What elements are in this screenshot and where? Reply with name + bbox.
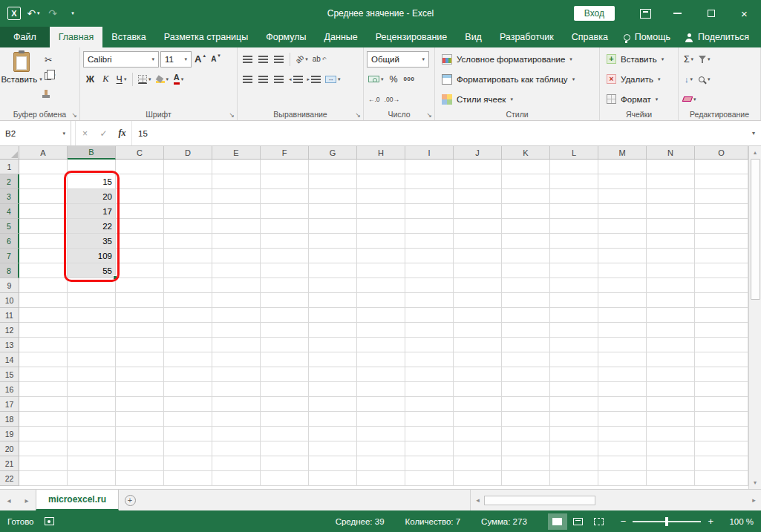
cell-D11[interactable] [164,308,212,323]
bold-button[interactable]: Ж [83,71,97,88]
cell-K6[interactable] [502,234,550,249]
fill-button[interactable]: ↓▾ [682,71,696,88]
cell-H8[interactable] [357,263,405,278]
cell-K15[interactable] [502,367,550,382]
cell-N15[interactable] [647,367,695,382]
cell-O10[interactable] [695,293,748,308]
cell-L14[interactable] [550,352,598,367]
cell-D7[interactable] [164,249,212,263]
cell-E17[interactable] [212,397,261,412]
cell-G14[interactable] [309,352,357,367]
cell-K20[interactable] [502,441,550,456]
zoom-percent[interactable]: 100 % [722,517,754,526]
scroll-right-button[interactable]: ▸ [748,496,760,504]
cell-H20[interactable] [357,441,405,456]
cell-I4[interactable] [405,204,454,219]
cell-B5[interactable]: 22 [68,219,116,234]
cell-J1[interactable] [454,160,502,174]
cell-F20[interactable] [261,441,309,456]
cell-J19[interactable] [454,427,502,441]
cell-O8[interactable] [695,263,748,278]
cell-M15[interactable] [598,367,647,382]
cell-O1[interactable] [695,160,748,174]
cell-C13[interactable] [116,338,164,352]
tab-file[interactable]: Файл [0,27,50,47]
cell-D18[interactable] [164,412,212,427]
cell-G2[interactable] [309,174,357,189]
customize-quick-access-button[interactable]: ▾ [65,5,79,22]
cell-F1[interactable] [261,160,309,174]
cell-G8[interactable] [309,263,357,278]
cell-H11[interactable] [357,308,405,323]
cell-B2[interactable]: 15 [68,174,116,189]
cell-L11[interactable] [550,308,598,323]
help-menu[interactable]: Помощь [624,32,670,42]
conditional-formatting-button[interactable]: Условное форматирование▾ [438,50,596,68]
cell-A19[interactable] [19,427,68,441]
cell-F19[interactable] [261,427,309,441]
cell-N4[interactable] [647,204,695,219]
cell-F12[interactable] [261,323,309,338]
cell-J21[interactable] [454,456,502,471]
zoom-in-button[interactable]: + [708,516,713,526]
cell-F11[interactable] [261,308,309,323]
cell-B22[interactable] [68,471,116,486]
cell-N5[interactable] [647,219,695,234]
cell-G17[interactable] [309,397,357,412]
cell-K22[interactable] [502,471,550,486]
cell-C18[interactable] [116,412,164,427]
cell-N17[interactable] [647,397,695,412]
cell-J16[interactable] [454,382,502,397]
cell-I11[interactable] [405,308,454,323]
clipboard-dialog-launcher[interactable]: ↘ [71,112,77,119]
cell-H5[interactable] [357,219,405,234]
cell-I6[interactable] [405,234,454,249]
tab-data[interactable]: Данные [316,27,367,47]
cell-K18[interactable] [502,412,550,427]
cell-C6[interactable] [116,234,164,249]
row-header-6[interactable]: 6 [0,234,19,249]
cell-J20[interactable] [454,441,502,456]
cell-A7[interactable] [19,249,68,263]
cell-H21[interactable] [357,456,405,471]
cell-J22[interactable] [454,471,502,486]
cell-B19[interactable] [68,427,116,441]
cell-E21[interactable] [212,456,261,471]
cell-C4[interactable] [116,204,164,219]
cell-O19[interactable] [695,427,748,441]
cell-A10[interactable] [19,293,68,308]
cell-F13[interactable] [261,338,309,352]
cell-H2[interactable] [357,174,405,189]
vertical-scrollbar[interactable]: ▴ ▾ [748,146,761,489]
cell-J15[interactable] [454,367,502,382]
accounting-format-button[interactable]: ▾ [367,71,385,88]
cell-H10[interactable] [357,293,405,308]
cell-D19[interactable] [164,427,212,441]
tab-help-ribbon[interactable]: Справка [563,27,617,47]
cell-L7[interactable] [550,249,598,263]
insert-function-button[interactable]: fx [113,121,131,145]
cell-J9[interactable] [454,278,502,293]
cell-G22[interactable] [309,471,357,486]
align-bottom-button[interactable] [272,51,286,68]
cell-K16[interactable] [502,382,550,397]
cell-H14[interactable] [357,352,405,367]
decrease-indent-button[interactable]: ◂ [287,71,304,88]
cell-A12[interactable] [19,323,68,338]
cell-I1[interactable] [405,160,454,174]
format-painter-button[interactable] [43,85,57,99]
sheet-nav-right-button[interactable]: ▸ [18,490,36,510]
cell-F18[interactable] [261,412,309,427]
row-header-5[interactable]: 5 [0,219,19,234]
increase-indent-button[interactable]: ▸ [306,71,323,88]
cell-J14[interactable] [454,352,502,367]
cell-J11[interactable] [454,308,502,323]
cell-L20[interactable] [550,441,598,456]
align-left-button[interactable] [241,71,255,88]
cell-I12[interactable] [405,323,454,338]
cell-I22[interactable] [405,471,454,486]
cell-A14[interactable] [19,352,68,367]
cell-E12[interactable] [212,323,261,338]
cell-O20[interactable] [695,441,748,456]
page-break-view-button[interactable] [589,513,609,530]
